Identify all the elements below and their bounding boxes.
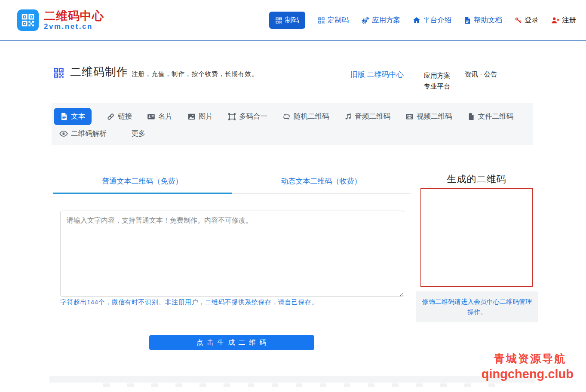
nav-item-platform-intro[interactable]: 平台介绍 bbox=[413, 15, 451, 25]
main-nav: 制码 定制码 应用方案 平台介绍 帮助文档 登录 bbox=[269, 0, 577, 40]
result-title: 生成的二维码 bbox=[420, 173, 533, 186]
subtab-free-text-qr[interactable]: 普通文本二维码（免费） bbox=[53, 176, 232, 194]
brand-domain: 2vm.net.cn bbox=[44, 22, 104, 31]
nav-label: 帮助文档 bbox=[474, 15, 502, 25]
tab-audio-qr[interactable]: 音频二维码 bbox=[344, 112, 391, 121]
site-header: 二维码中心 2vm.net.cn 制码 定制码 应用方案 平台介绍 bbox=[0, 0, 586, 41]
tab-label: 图片 bbox=[199, 112, 213, 121]
footer-strip bbox=[49, 376, 535, 383]
solution-line1: 应用方案 bbox=[424, 72, 451, 79]
nav-label: 登录 bbox=[525, 15, 539, 25]
image-icon bbox=[187, 113, 196, 121]
tab-more[interactable]: 更多 bbox=[132, 129, 146, 138]
nav-item-register[interactable]: 注册 bbox=[551, 15, 576, 25]
code-type-panel: 文本 链接 名片 图片 多码合一 随机二维码 bbox=[52, 103, 533, 145]
random-icon bbox=[282, 113, 291, 121]
nav-label: 平台介绍 bbox=[423, 15, 451, 25]
site-logo[interactable]: 二维码中心 2vm.net.cn bbox=[17, 9, 104, 31]
nav-label: 制码 bbox=[285, 15, 299, 25]
solution-platform-link[interactable]: 应用方案 专业平台 bbox=[412, 70, 462, 92]
qr-icon bbox=[275, 17, 282, 24]
nav-item-help-docs[interactable]: 帮助文档 bbox=[464, 15, 502, 25]
watermark: 青城资源导航 qingcheng.club bbox=[482, 352, 574, 381]
type-tabs-row2: 二维码解析 更多 bbox=[59, 129, 146, 138]
nav-label: 定制码 bbox=[328, 15, 349, 25]
brand-title: 二维码中心 bbox=[44, 9, 104, 22]
tab-qr-decode[interactable]: 二维码解析 bbox=[59, 129, 107, 138]
tab-image[interactable]: 图片 bbox=[187, 112, 213, 121]
tab-label: 链接 bbox=[118, 112, 132, 121]
qr-icon bbox=[318, 17, 325, 24]
page-subtitle: 注册，充值，制作，按个收费，长期有效。 bbox=[132, 70, 258, 78]
form-hint-text: 字符超出144个，微信有时不识别。非注册用户，二维码不提供系统保存，请自己保存。 bbox=[60, 298, 318, 306]
solution-line2: 专业平台 bbox=[424, 83, 451, 90]
tab-text[interactable]: 文本 bbox=[54, 108, 92, 125]
brand-text: 二维码中心 2vm.net.cn bbox=[44, 9, 104, 31]
nav-item-login[interactable]: 登录 bbox=[515, 15, 539, 25]
tab-video-qr[interactable]: 视频二维码 bbox=[405, 112, 452, 121]
subtab-dynamic-text-qr[interactable]: 动态文本二维码（收费） bbox=[232, 176, 411, 194]
music-note-icon bbox=[344, 113, 352, 120]
footer-ghost-text bbox=[103, 383, 503, 387]
document-icon bbox=[464, 17, 471, 24]
business-card-icon bbox=[147, 113, 155, 121]
tab-label: 二维码解析 bbox=[71, 129, 107, 138]
file-icon bbox=[467, 113, 475, 120]
text-document-icon bbox=[60, 113, 68, 120]
page-title: 二维码制作 bbox=[70, 64, 128, 80]
qr-code-center-page: 二维码中心 2vm.net.cn 制码 定制码 应用方案 平台介绍 bbox=[0, 0, 586, 392]
text-subtabs: 普通文本二维码（免费） 动态文本二维码（收费） bbox=[53, 176, 411, 194]
eye-icon bbox=[59, 129, 68, 138]
watermark-domain: qingcheng.club bbox=[482, 367, 574, 381]
tab-label: 更多 bbox=[132, 129, 146, 138]
nav-item-make-code[interactable]: 制码 bbox=[269, 12, 305, 29]
tab-label: 音频二维码 bbox=[355, 112, 391, 121]
nav-label: 应用方案 bbox=[372, 15, 400, 25]
tab-label: 文件二维码 bbox=[478, 112, 514, 121]
tab-file-qr[interactable]: 文件二维码 bbox=[467, 112, 514, 121]
link-icon bbox=[107, 113, 115, 121]
user-plus-icon bbox=[551, 16, 559, 24]
tab-random-qr[interactable]: 随机二维码 bbox=[282, 112, 329, 121]
generate-qr-button[interactable]: 点 击 生 成 二 维 码 bbox=[149, 335, 314, 350]
tab-link[interactable]: 链接 bbox=[107, 112, 132, 121]
result-note: 修饰二维码请进入会员中心二维码管理 操作。 bbox=[416, 291, 538, 322]
qr-icon bbox=[53, 67, 64, 79]
nav-label: 注册 bbox=[562, 15, 576, 25]
news-announcement-link[interactable]: 资讯 · 公告 bbox=[465, 70, 497, 79]
type-tabs-row1: 文本 链接 名片 图片 多码合一 随机二维码 bbox=[54, 108, 513, 125]
tab-business-card[interactable]: 名片 bbox=[147, 112, 172, 121]
film-icon bbox=[405, 113, 414, 121]
qr-logo-icon bbox=[17, 9, 39, 31]
old-version-link[interactable]: 旧版 二维码中心 bbox=[350, 70, 404, 80]
tab-label: 视频二维码 bbox=[417, 112, 452, 121]
tab-multi-code[interactable]: 多码合一 bbox=[228, 112, 267, 121]
gears-icon bbox=[361, 16, 369, 24]
nav-item-solutions[interactable]: 应用方案 bbox=[361, 15, 400, 25]
key-icon bbox=[515, 17, 522, 24]
tab-label: 文本 bbox=[71, 112, 85, 121]
qr-icon bbox=[21, 13, 35, 28]
page-title-row: 二维码制作 注册，充值，制作，按个收费，长期有效。 旧版 二维码中心 应用方案 … bbox=[53, 64, 533, 91]
home-icon bbox=[413, 16, 420, 24]
multi-code-icon bbox=[228, 113, 236, 121]
tab-label: 名片 bbox=[158, 112, 172, 121]
nav-item-custom-code[interactable]: 定制码 bbox=[318, 15, 349, 25]
tab-label: 多码合一 bbox=[239, 112, 267, 121]
text-content-input[interactable] bbox=[60, 211, 404, 297]
generated-qr-box bbox=[420, 188, 533, 287]
tab-label: 随机二维码 bbox=[294, 112, 329, 121]
watermark-title: 青城资源导航 bbox=[482, 352, 566, 366]
